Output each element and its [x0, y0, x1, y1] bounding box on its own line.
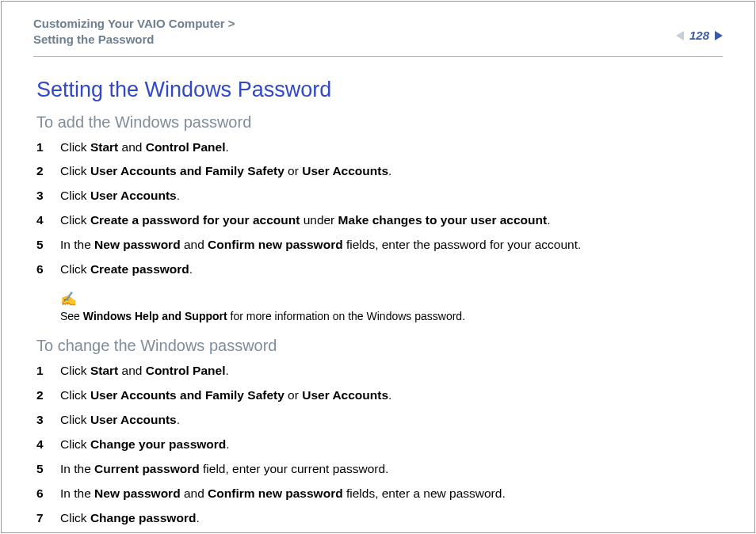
step-item: In the Current password field, enter you…	[36, 461, 723, 478]
prev-page-icon[interactable]	[676, 31, 684, 40]
add-password-heading: To add the Windows password	[36, 113, 723, 132]
header-divider	[33, 56, 723, 57]
next-page-icon[interactable]	[715, 31, 723, 40]
breadcrumb: Customizing Your VAIO Computer > Setting…	[33, 16, 235, 48]
step-item: Click Create a password for your account…	[36, 212, 723, 229]
note-text: See Windows Help and Support for more in…	[60, 310, 465, 322]
step-item: Click User Accounts.	[36, 412, 723, 429]
step-item: Click Change password.	[36, 510, 723, 527]
note-icon: ✍	[60, 291, 723, 307]
document-page: Customizing Your VAIO Computer > Setting…	[1, 1, 755, 533]
page-header: Customizing Your VAIO Computer > Setting…	[33, 16, 723, 48]
breadcrumb-line-2: Setting the Password	[33, 32, 155, 46]
step-item: Click Start and Control Panel.	[36, 139, 723, 156]
page-title: Setting the Windows Password	[36, 78, 723, 102]
step-item: Click Change your password.	[36, 437, 723, 453]
step-item: Click Create password.	[36, 261, 723, 278]
step-item: Click Start and Control Panel.	[36, 363, 723, 380]
add-password-steps: Click Start and Control Panel.Click User…	[36, 139, 723, 279]
step-item: In the New password and Confirm new pass…	[36, 237, 723, 254]
step-item: In the New password and Confirm new pass…	[36, 486, 723, 502]
breadcrumb-line-1: Customizing Your VAIO Computer >	[33, 17, 235, 30]
page-content: Setting the Windows Password To add the …	[33, 78, 723, 527]
step-item: Click User Accounts and Family Safety or…	[36, 387, 723, 404]
page-navigator: 128	[676, 16, 723, 42]
change-password-steps: Click Start and Control Panel.Click User…	[36, 363, 723, 526]
step-item: Click User Accounts and Family Safety or…	[36, 163, 723, 180]
page-number: 128	[687, 29, 712, 42]
step-item: Click User Accounts.	[36, 188, 723, 204]
change-password-heading: To change the Windows password	[36, 337, 723, 355]
note-block: ✍ See Windows Help and Support for more …	[36, 291, 723, 322]
